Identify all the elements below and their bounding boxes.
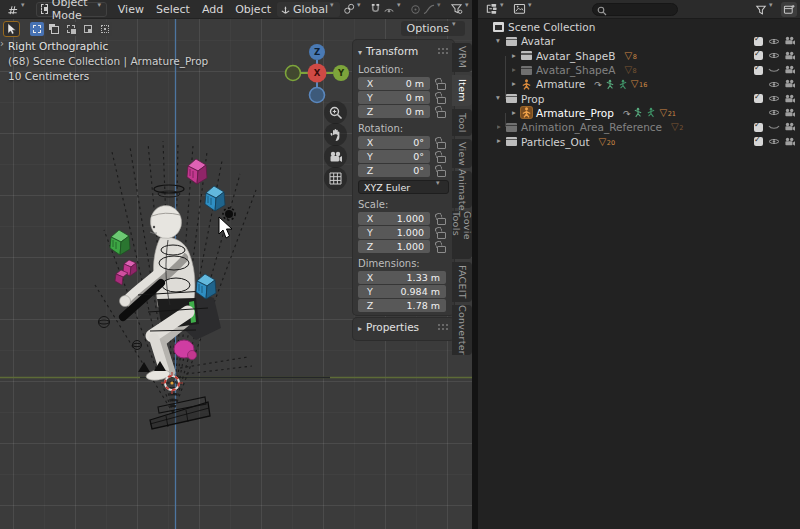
lock-icon[interactable] bbox=[435, 227, 445, 239]
exclude-checkbox[interactable] bbox=[754, 37, 763, 46]
outliner-row-particles-out[interactable]: Particles_Out 20 bbox=[478, 134, 800, 148]
disclosure-closed-icon[interactable] bbox=[495, 134, 506, 148]
location-y-field[interactable]: Y0 m bbox=[358, 91, 430, 104]
outliner-row-avatar-shapeb[interactable]: Avatar_ShapeB 8 bbox=[478, 49, 800, 63]
object-type-visibility-dropdown[interactable] bbox=[447, 2, 472, 17]
panel-drag-handle[interactable] bbox=[437, 323, 449, 331]
camera-render-toggle[interactable] bbox=[782, 65, 798, 75]
snap-controls[interactable] bbox=[367, 2, 407, 17]
camera-render-toggle[interactable] bbox=[782, 137, 798, 147]
hide-eye-toggle[interactable] bbox=[766, 80, 782, 89]
pivot-point-dropdown[interactable] bbox=[340, 2, 367, 17]
rotation-z-field[interactable]: Z0° bbox=[358, 164, 430, 177]
disclosure-open-icon[interactable] bbox=[495, 91, 506, 105]
disclosure-closed-icon[interactable] bbox=[510, 49, 521, 63]
active-tool-tweak-button[interactable] bbox=[3, 21, 20, 37]
select-mode-extend[interactable] bbox=[47, 22, 61, 36]
lock-icon[interactable] bbox=[435, 92, 445, 104]
zoom-button[interactable] bbox=[324, 101, 347, 124]
outliner-editor-type-button[interactable] bbox=[482, 2, 510, 17]
camera-render-toggle[interactable] bbox=[782, 108, 798, 118]
select-mode-invert[interactable] bbox=[81, 22, 95, 36]
dimension-z-field[interactable]: Z1.78 m bbox=[358, 299, 446, 312]
scale-z-field[interactable]: Z1.000 bbox=[358, 240, 430, 253]
tab-govie-tools[interactable]: Govie Tools bbox=[452, 211, 472, 259]
search-input[interactable] bbox=[609, 4, 673, 15]
tab-faceit[interactable]: FACEIT bbox=[452, 262, 472, 302]
disclosure-closed-icon[interactable] bbox=[510, 106, 521, 120]
bone-cubes-magenta-hand[interactable] bbox=[115, 260, 137, 285]
transform-panel-header[interactable]: Transform bbox=[358, 42, 449, 59]
camera-render-toggle[interactable] bbox=[782, 51, 798, 61]
outliner-search[interactable] bbox=[592, 3, 678, 16]
tab-converter[interactable]: Converter bbox=[452, 305, 472, 355]
viewport-3d[interactable]: Object Mode View Select Add Object Globa… bbox=[0, 0, 472, 529]
lock-icon[interactable] bbox=[435, 106, 445, 118]
camera-render-toggle[interactable] bbox=[782, 122, 798, 132]
camera-render-toggle[interactable] bbox=[782, 94, 798, 104]
panel-drag-handle[interactable] bbox=[437, 47, 449, 55]
hide-eye-toggle-closed[interactable] bbox=[766, 123, 782, 132]
tab-animate[interactable]: Animate bbox=[452, 171, 472, 208]
rotation-x-field[interactable]: X0° bbox=[358, 136, 430, 149]
exclude-checkbox[interactable] bbox=[754, 94, 763, 103]
new-collection-button[interactable] bbox=[781, 2, 797, 17]
navigation-gizmo[interactable]: Z X Y bbox=[283, 40, 351, 106]
tab-vrm[interactable]: VRM bbox=[452, 43, 472, 72]
lock-icon[interactable] bbox=[435, 78, 445, 90]
outliner-row-armature-prop[interactable]: Armature_Prop 21 bbox=[478, 106, 800, 120]
wireframe-wedge[interactable] bbox=[150, 397, 210, 429]
gizmo-y-neg-ball[interactable] bbox=[286, 66, 301, 81]
options-dropdown[interactable]: Options bbox=[401, 21, 465, 36]
bone-cube-green[interactable] bbox=[110, 230, 130, 255]
outliner-row-animation-area-reference[interactable]: Animation_Area_Reference 2 bbox=[478, 120, 800, 134]
dimension-y-field[interactable]: Y0.984 m bbox=[358, 285, 446, 298]
editor-type-button[interactable] bbox=[3, 2, 31, 17]
exclude-checkbox[interactable] bbox=[754, 137, 763, 146]
lock-icon[interactable] bbox=[435, 165, 445, 177]
scale-x-field[interactable]: X1.000 bbox=[358, 212, 430, 225]
hide-eye-toggle-closed[interactable] bbox=[766, 66, 782, 75]
outliner-row-avatar[interactable]: Avatar bbox=[478, 34, 800, 48]
select-mode-intersect[interactable] bbox=[98, 22, 112, 36]
select-mode-subtract[interactable] bbox=[64, 22, 78, 36]
filter-dropdown[interactable] bbox=[752, 2, 779, 17]
outliner-row-scene-collection[interactable]: Scene Collection bbox=[478, 20, 800, 34]
camera-render-toggle[interactable] bbox=[782, 36, 798, 46]
gizmo-z-neg-ball[interactable] bbox=[310, 88, 325, 103]
location-x-field[interactable]: X0 m bbox=[358, 77, 430, 90]
disclosure-closed-icon[interactable] bbox=[495, 120, 506, 134]
menu-select[interactable]: Select bbox=[150, 3, 196, 16]
select-mode-set[interactable] bbox=[30, 22, 44, 36]
lock-icon[interactable] bbox=[435, 137, 445, 149]
camera-render-toggle[interactable] bbox=[782, 79, 798, 89]
rotation-y-field[interactable]: Y0° bbox=[358, 150, 430, 163]
tab-tool[interactable]: Tool bbox=[452, 109, 472, 136]
properties-panel[interactable]: Properties bbox=[353, 318, 454, 340]
outliner-row-prop[interactable]: Prop bbox=[478, 91, 800, 105]
bone-cube-magenta-top[interactable] bbox=[187, 159, 207, 184]
lock-icon[interactable] bbox=[435, 241, 445, 253]
transform-orientation-dropdown[interactable]: Global bbox=[277, 2, 340, 17]
rotation-mode-dropdown[interactable]: XYZ Euler bbox=[358, 180, 449, 194]
toolbar-toggle[interactable] bbox=[0, 40, 8, 52]
proportional-edit-controls[interactable] bbox=[407, 2, 447, 17]
dimension-x-field[interactable]: X1.33 m bbox=[358, 271, 446, 284]
location-z-field[interactable]: Z0 m bbox=[358, 105, 430, 118]
outliner-display-mode-button[interactable] bbox=[510, 2, 538, 17]
toggle-ortho-button[interactable] bbox=[324, 167, 347, 190]
disclosure-open-icon[interactable] bbox=[495, 34, 506, 48]
lock-icon[interactable] bbox=[435, 151, 445, 163]
disclosure-closed-icon[interactable] bbox=[510, 63, 521, 77]
hide-eye-toggle[interactable] bbox=[766, 137, 782, 146]
pan-button[interactable] bbox=[324, 123, 347, 146]
exclude-checkbox[interactable] bbox=[754, 51, 763, 60]
outliner-row-avatar-shapea[interactable]: Avatar_ShapeA 8 bbox=[478, 63, 800, 77]
exclude-checkbox[interactable] bbox=[754, 66, 763, 75]
hide-eye-toggle[interactable] bbox=[766, 51, 782, 60]
menu-object[interactable]: Object bbox=[229, 3, 277, 16]
mode-selector[interactable]: Object Mode bbox=[36, 2, 107, 17]
menu-add[interactable]: Add bbox=[196, 3, 229, 16]
menu-view[interactable]: View bbox=[112, 3, 150, 16]
exclude-checkbox[interactable] bbox=[754, 123, 763, 132]
